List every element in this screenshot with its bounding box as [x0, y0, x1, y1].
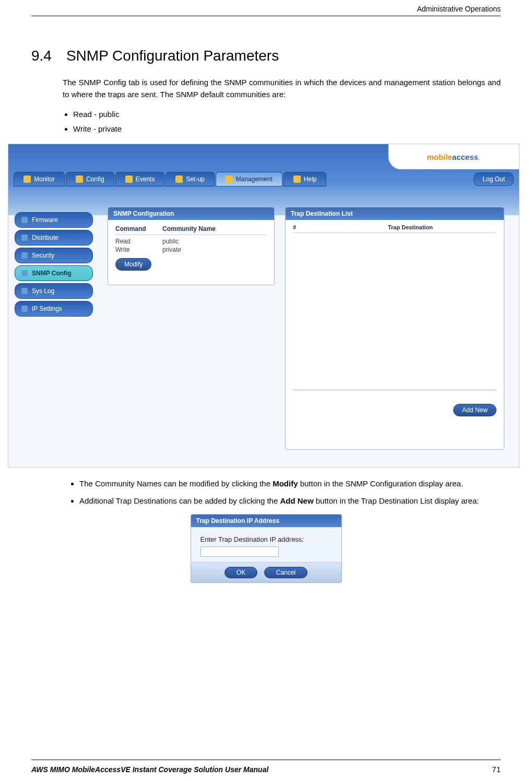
events-icon: [125, 176, 133, 183]
list-item: Additional Trap Destinations can be adde…: [79, 495, 501, 507]
footer-left: AWS MIMO MobileAccessVE Instant Coverage…: [31, 765, 268, 774]
modify-button[interactable]: Modify: [115, 258, 151, 271]
section-heading: 9.4 SNMP Configuration Parameters: [31, 48, 501, 64]
monitor-icon: [23, 176, 31, 183]
trap-ip-input[interactable]: [200, 546, 279, 557]
nav-bar: Monitor Config Events Set-up Management …: [14, 170, 514, 188]
col-hash: #: [293, 224, 324, 230]
section-number: 9.4: [31, 48, 52, 64]
table-row: Writeprivate: [115, 246, 267, 254]
dialog-label: Enter Trap Destination IP address:: [200, 535, 332, 543]
list-item: Write - private: [73, 122, 501, 136]
distribute-icon: [21, 235, 28, 241]
ok-button[interactable]: OK: [224, 567, 257, 578]
setup-icon: [175, 176, 183, 183]
nav-tab-config[interactable]: Config: [66, 172, 114, 186]
bullet-list-bottom: The Community Names can be modified by c…: [69, 478, 501, 507]
nav-tab-management[interactable]: Management: [216, 172, 282, 186]
sidebar-item-snmp-config[interactable]: SNMP Config: [15, 265, 93, 281]
logo: mobileaccess.: [388, 144, 519, 169]
nav-tab-setup[interactable]: Set-up: [165, 172, 214, 186]
firmware-icon: [21, 217, 28, 223]
nav-tab-help[interactable]: Help: [283, 172, 327, 186]
bullet-list-top: Read - public Write - private: [63, 108, 501, 135]
syslog-icon: [21, 288, 28, 294]
help-icon: [293, 176, 301, 183]
col-community-name: Community Name: [162, 225, 216, 232]
table-row: Readpublic: [115, 237, 267, 246]
snmp-config-panel: SNMP Configuration Command Community Nam…: [108, 207, 275, 285]
trap-ip-dialog: Trap Destination IP Address Enter Trap D…: [191, 514, 342, 583]
sidebar-item-security[interactable]: Security: [15, 248, 93, 263]
trap-panel-title: Trap Destination List: [286, 207, 504, 220]
wrench-icon: [76, 176, 83, 183]
sidebar-item-syslog[interactable]: Sys Log: [15, 283, 93, 299]
ip-icon: [21, 306, 28, 312]
cancel-button[interactable]: Cancel: [264, 567, 308, 578]
app-screenshot: mobileaccess. Monitor Config Events Set-…: [8, 144, 519, 468]
security-icon: [21, 252, 28, 259]
sidebar-item-firmware[interactable]: Firmware: [15, 212, 93, 228]
management-icon: [226, 176, 233, 183]
list-item: Read - public: [73, 108, 501, 121]
section-title: SNMP Configuration Parameters: [66, 48, 279, 64]
col-command: Command: [115, 225, 162, 232]
nav-tab-events[interactable]: Events: [115, 172, 165, 186]
sidebar-item-ipsettings[interactable]: IP Settings: [15, 301, 93, 317]
snmp-panel-title: SNMP Configuration: [108, 207, 274, 220]
nav-tab-monitor[interactable]: Monitor: [14, 172, 65, 186]
snmp-icon: [21, 270, 28, 276]
trap-destination-panel: Trap Destination List # Trap Destination…: [285, 207, 504, 450]
col-trap-destination: Trap Destination: [324, 224, 496, 230]
logout-button[interactable]: Log Out: [474, 172, 514, 186]
list-item: The Community Names can be modified by c…: [79, 478, 501, 490]
intro-paragraph: The SNMP Config tab is used for defining…: [63, 77, 501, 100]
page-header-right: Administrative Operations: [417, 5, 501, 13]
add-new-button[interactable]: Add New: [453, 404, 496, 416]
dialog-title: Trap Destination IP Address: [191, 515, 341, 527]
sidebar: Firmware Distribute Security SNMP Config…: [15, 212, 93, 317]
page-number: 71: [492, 765, 501, 774]
sidebar-item-distribute[interactable]: Distribute: [15, 230, 93, 246]
